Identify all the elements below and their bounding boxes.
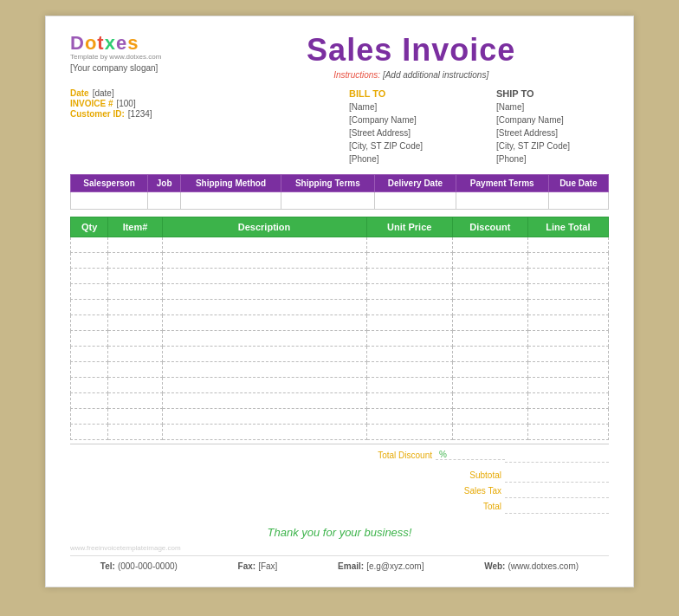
total-discount-value bbox=[505, 447, 609, 463]
footer-tel: Tel: (000-000-0000) bbox=[100, 561, 178, 571]
table-cell bbox=[527, 315, 608, 331]
logo-letter-s: s bbox=[127, 32, 139, 54]
shipping-salesperson bbox=[71, 192, 148, 210]
table-cell bbox=[527, 409, 608, 425]
table-cell bbox=[452, 409, 527, 425]
table-row bbox=[71, 393, 609, 409]
table-cell bbox=[71, 284, 108, 300]
table-cell bbox=[527, 331, 608, 347]
table-cell bbox=[452, 378, 527, 393]
items-table: Qty Item# Description Unit Price Discoun… bbox=[70, 217, 609, 440]
total-row: Total bbox=[70, 498, 609, 514]
table-cell bbox=[366, 347, 452, 362]
table-cell bbox=[452, 284, 527, 300]
customer-value: [1234] bbox=[128, 109, 152, 119]
date-label: Date bbox=[70, 88, 89, 98]
table-cell bbox=[366, 253, 452, 269]
table-row bbox=[71, 425, 609, 440]
table-cell bbox=[108, 409, 162, 425]
table-cell bbox=[108, 378, 162, 393]
header-row: Dotxes Template by www.dotxes.com [Your … bbox=[70, 32, 609, 80]
date-value: [date] bbox=[93, 88, 114, 98]
table-row bbox=[71, 378, 609, 393]
table-cell bbox=[527, 393, 608, 409]
table-cell bbox=[452, 269, 527, 284]
logo-letter-e: e bbox=[116, 32, 127, 54]
table-row bbox=[71, 331, 609, 347]
table-cell bbox=[108, 362, 162, 378]
sales-tax-label: Sales Tax bbox=[141, 486, 505, 496]
bill-address: [Street Address] bbox=[349, 126, 462, 139]
table-cell bbox=[452, 237, 527, 253]
table-cell bbox=[452, 393, 527, 409]
subtotal-value bbox=[505, 467, 609, 483]
bill-name: [Name] bbox=[349, 101, 462, 113]
col-shipping-method: Shipping Method bbox=[181, 175, 281, 192]
col-qty: Qty bbox=[71, 217, 108, 237]
table-cell bbox=[366, 237, 452, 253]
total-discount-pct: % bbox=[436, 450, 505, 460]
shipping-job bbox=[148, 192, 181, 210]
total-discount-label: Total Discount bbox=[262, 451, 436, 460]
ship-to-content: [Name] [Company Name] [Street Address] [… bbox=[496, 101, 609, 165]
company-slogan: [Your company slogan] bbox=[70, 63, 161, 73]
table-cell bbox=[452, 253, 527, 269]
table-cell bbox=[71, 237, 108, 253]
shipping-header-row: Salesperson Job Shipping Method Shipping… bbox=[71, 175, 609, 192]
table-cell bbox=[162, 284, 366, 300]
table-cell bbox=[366, 425, 452, 440]
table-cell bbox=[108, 300, 162, 315]
subtotal-row: Subtotal bbox=[70, 467, 609, 483]
table-cell bbox=[452, 315, 527, 331]
info-section: Date [date] INVOICE # [100] Customer ID:… bbox=[70, 88, 609, 165]
shipping-terms bbox=[281, 192, 374, 210]
table-cell bbox=[366, 269, 452, 284]
table-cell bbox=[366, 300, 452, 315]
footer: Tel: (000-000-0000) Fax: [Fax] Email: [e… bbox=[70, 555, 609, 571]
table-cell bbox=[527, 269, 608, 284]
col-job: Job bbox=[148, 175, 181, 192]
subtotal-label: Subtotal bbox=[141, 470, 505, 480]
col-due-date: Due Date bbox=[548, 175, 608, 192]
table-cell bbox=[366, 331, 452, 347]
table-cell bbox=[108, 253, 162, 269]
bill-to-content: [Name] [Company Name] [Street Address] [… bbox=[349, 101, 462, 165]
table-cell bbox=[71, 315, 108, 331]
footer-web: Web: (www.dotxes.com) bbox=[484, 561, 579, 571]
total-value bbox=[505, 498, 609, 514]
table-cell bbox=[162, 269, 366, 284]
table-row bbox=[71, 253, 609, 269]
instructions-row: Instructions: [Add additional instructio… bbox=[213, 70, 609, 80]
info-left: Date [date] INVOICE # [100] Customer ID:… bbox=[70, 88, 174, 120]
footer-fax: Fax: [Fax] bbox=[238, 561, 278, 571]
footer-fax-label: Fax: bbox=[238, 561, 256, 571]
table-cell bbox=[162, 393, 366, 409]
table-cell bbox=[366, 393, 452, 409]
logo-letter-x: x bbox=[105, 32, 116, 54]
table-cell bbox=[71, 269, 108, 284]
customer-field: Customer ID: [1234] bbox=[70, 109, 174, 119]
table-cell bbox=[71, 378, 108, 393]
table-row bbox=[71, 237, 609, 253]
thank-you: Thank you for your business! bbox=[70, 526, 609, 539]
col-item: Item# bbox=[108, 217, 162, 237]
footer-email: Email: [e.g@xyz.com] bbox=[338, 561, 424, 571]
shipping-due-date bbox=[548, 192, 608, 210]
table-cell bbox=[108, 269, 162, 284]
sales-tax-value bbox=[505, 483, 609, 498]
bill-company: [Company Name] bbox=[349, 113, 462, 126]
table-cell bbox=[366, 378, 452, 393]
invoice-label: INVOICE # bbox=[70, 99, 113, 108]
footer-web-label: Web: bbox=[484, 561, 505, 571]
bill-phone: [Phone] bbox=[349, 152, 462, 165]
col-description: Description bbox=[162, 217, 366, 237]
watermark: www.freeinvoicetemplateimage.com bbox=[70, 544, 609, 552]
date-field: Date [date] bbox=[70, 88, 174, 98]
ship-to-block: SHIP TO [Name] [Company Name] [Street Ad… bbox=[496, 88, 609, 165]
footer-web-value: (www.dotxes.com) bbox=[508, 561, 579, 571]
table-row bbox=[71, 284, 609, 300]
ship-name: [Name] bbox=[496, 101, 609, 113]
totals-section: Total Discount % Subtotal Sales Tax Tota… bbox=[70, 444, 609, 514]
footer-fax-value: [Fax] bbox=[258, 561, 277, 571]
logo-letter-d: D bbox=[70, 32, 85, 54]
